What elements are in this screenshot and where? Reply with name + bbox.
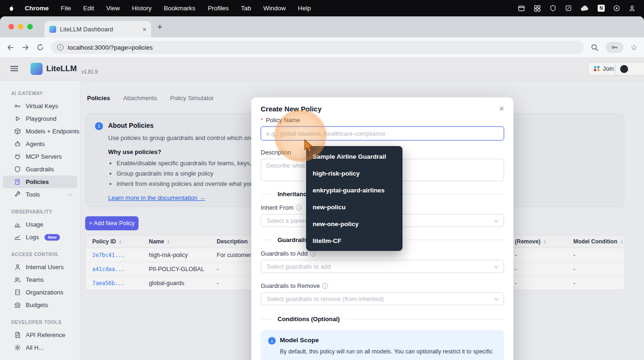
info-icon: i [296, 205, 302, 211]
menu-bookmarks[interactable]: Bookmarks [164, 5, 196, 12]
dropdown-option[interactable]: Sample Airline Guardrail [306, 148, 402, 165]
autocomplete-dropdown: Sample Airline Guardrail high-risk-polic… [306, 146, 402, 251]
menu-help[interactable]: Help [298, 5, 311, 12]
guardrails-remove-label: Guardrails to Remove i [261, 282, 504, 289]
conditions-section-divider: Conditions (Optional) [261, 316, 504, 323]
menu-edit[interactable]: Edit [83, 5, 94, 12]
policy-name-input[interactable] [261, 126, 504, 140]
browser-toolbar: i localhost:3000/?page=policies ☆ [0, 37, 644, 57]
grid-icon[interactable] [534, 5, 541, 12]
minimize-window-button[interactable] [18, 24, 23, 29]
menu-tab[interactable]: Tab [241, 5, 251, 12]
close-icon[interactable]: × [499, 105, 504, 112]
window-controls [8, 24, 33, 29]
new-tab-button[interactable]: + [157, 22, 162, 32]
search-icon[interactable] [591, 44, 599, 51]
menu-window[interactable]: Window [263, 5, 285, 12]
window-icon[interactable] [518, 5, 525, 12]
notion-icon[interactable]: N [598, 5, 605, 12]
shield-icon[interactable] [549, 5, 556, 12]
dropdown-option[interactable]: high-risk-policy [306, 165, 402, 182]
info-icon: i [268, 337, 276, 345]
dropdown-option[interactable]: new-one-policy [306, 215, 402, 232]
reload-button[interactable] [37, 44, 44, 51]
dropdown-option[interactable]: enkryptai-guard-airlines [306, 182, 402, 198]
guardrails-add-select[interactable]: Select guardrails to add [261, 260, 504, 273]
macos-menubar: Chrome File Edit View History Bookmarks … [0, 0, 644, 16]
model-scope-title: Model Scope [280, 337, 492, 344]
menu-file[interactable]: File [61, 5, 71, 12]
info-icon: i [322, 283, 328, 289]
menu-profiles[interactable]: Profiles [208, 5, 229, 12]
chevron-down-icon [494, 296, 499, 301]
note-icon[interactable] [565, 5, 572, 12]
tab-strip: LiteLLM Dashboard × + [0, 16, 644, 37]
user-switch-icon[interactable] [629, 5, 636, 12]
policy-name-label: * Policy Name [261, 117, 504, 124]
chevron-down-icon [494, 264, 499, 268]
forward-button[interactable] [22, 44, 29, 51]
tab-close-icon[interactable]: × [143, 26, 146, 33]
record-icon[interactable] [613, 5, 620, 12]
menu-view[interactable]: View [106, 5, 120, 12]
back-button[interactable] [7, 44, 15, 51]
zoom-window-button[interactable] [27, 24, 33, 29]
model-scope-text: By default, this policy will run on all … [280, 347, 492, 356]
modal-title: Create New Policy [261, 105, 322, 113]
guardrails-add-label: Guardrails to Add i [261, 250, 504, 257]
info-icon: i [310, 250, 316, 257]
chevron-down-icon [494, 218, 499, 222]
url-bar[interactable]: i localhost:3000/?page=policies [51, 41, 584, 54]
menu-history[interactable]: History [132, 5, 152, 12]
menubar-status-icons: N [518, 5, 636, 12]
tab-favicon [49, 26, 56, 33]
dropdown-option[interactable]: litellm-CF [306, 232, 402, 249]
menubar-app-name[interactable]: Chrome [25, 5, 49, 12]
browser-tab[interactable]: LiteLLM Dashboard × [44, 21, 151, 37]
site-info-icon[interactable]: i [57, 44, 64, 51]
dropdown-option[interactable]: new-policu [306, 198, 402, 215]
close-window-button[interactable] [8, 24, 14, 29]
bookmark-star-icon[interactable]: ☆ [630, 43, 637, 52]
model-scope-panel: i Model Scope By default, this policy wi… [261, 330, 504, 360]
url-text: localhost:3000/?page=policies [68, 44, 153, 51]
cloud-icon[interactable] [580, 5, 589, 12]
password-manager-icon[interactable] [606, 42, 623, 53]
apple-menu-icon[interactable] [8, 5, 15, 12]
guardrails-remove-select[interactable]: Select guardrails to remove (from inheri… [261, 292, 504, 305]
tab-title: LiteLLM Dashboard [60, 26, 139, 33]
